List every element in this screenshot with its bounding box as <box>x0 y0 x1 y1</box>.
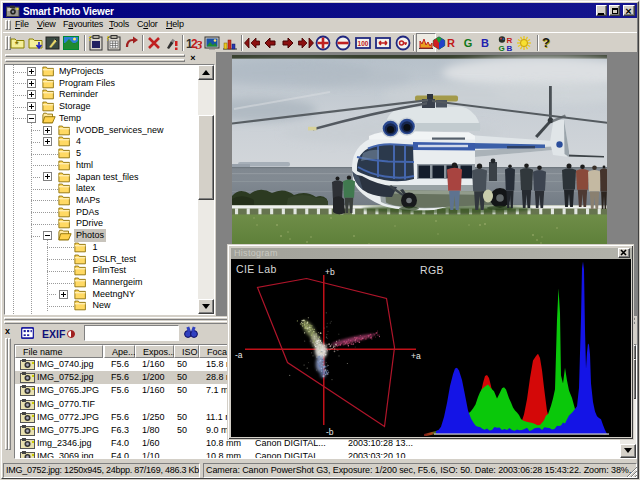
svg-text:+a: +a <box>411 351 421 361</box>
svg-text:100: 100 <box>357 40 368 47</box>
svg-text:+b: +b <box>325 267 335 277</box>
svg-text:*: * <box>15 39 19 49</box>
svg-text:G: G <box>499 44 505 52</box>
svg-text:CIE Lab: CIE Lab <box>236 263 277 275</box>
svg-text:RGB: RGB <box>420 264 444 276</box>
svg-text:-b: -b <box>326 427 334 436</box>
svg-text:-a: -a <box>235 350 243 360</box>
svg-text:B: B <box>507 44 513 52</box>
svg-text:3: 3 <box>195 37 202 51</box>
